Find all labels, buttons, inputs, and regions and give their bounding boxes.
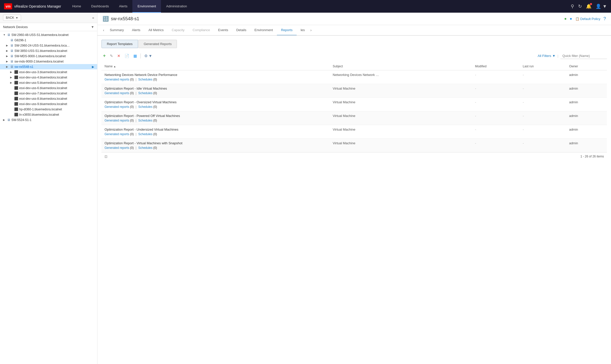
sidebar-item-swnx5548[interactable]: ▶🖥sw-nx5548-s1▶ bbox=[0, 64, 97, 69]
modified-text: - bbox=[472, 125, 520, 134]
cell-owner: admin bbox=[566, 70, 607, 84]
device-type-icon: ⬛ bbox=[14, 81, 18, 85]
schedules-link[interactable]: Schedules bbox=[138, 146, 152, 150]
tab-details[interactable]: Details bbox=[232, 25, 250, 36]
generated-reports-link[interactable]: Generated reports bbox=[105, 146, 129, 150]
footer-columns-icon[interactable]: ◫ bbox=[105, 155, 107, 158]
cell-modified: - bbox=[472, 84, 520, 98]
toolbar-divider bbox=[140, 53, 141, 58]
sidebar-item-esxi4[interactable]: ▶⬛esxi-dev-uss-4.bluemedora.localnet bbox=[0, 75, 97, 80]
sidebar-item-swmds2[interactable]: ▶🖥sw-mds-9000-2.bluemedora.localnet bbox=[0, 59, 97, 64]
sidebar-item-label: SW-2960-24-USS-S1.bluemedora.loca… bbox=[14, 44, 70, 47]
nav-item-home[interactable]: Home bbox=[67, 0, 86, 13]
back-button[interactable]: BACK ▼ bbox=[3, 15, 21, 21]
settings-report-button[interactable]: ⚙ ▼ bbox=[143, 53, 154, 59]
tab-reports[interactable]: Reports bbox=[277, 25, 297, 36]
filter-label: All Filters bbox=[538, 54, 551, 58]
col-name-header[interactable]: Name ▲ bbox=[101, 63, 330, 70]
expand-arrow-icon: ▶ bbox=[6, 60, 9, 63]
report-name-text: Optimization Report - Idle Virtual Machi… bbox=[105, 87, 327, 90]
sidebar-item-esxi8[interactable]: ⬛esxi-dev-uss-8.bluemedora.localnet bbox=[0, 96, 97, 101]
subject-text: Virtual Machine bbox=[330, 111, 472, 120]
refresh-icon[interactable]: ↻ bbox=[578, 4, 582, 9]
nav-item-environment[interactable]: Environment bbox=[132, 0, 161, 13]
tab-prev-icon[interactable]: ‹ bbox=[101, 28, 106, 32]
schedule-report-button[interactable]: 📄 bbox=[123, 53, 131, 59]
sidebar-item-label: ln-x3650.bluemedora.localnet bbox=[19, 113, 59, 116]
all-filters-button[interactable]: All Filters ▼ bbox=[538, 54, 555, 58]
add-report-button[interactable]: + bbox=[101, 52, 107, 59]
tab-les[interactable]: les bbox=[297, 25, 309, 36]
sidebar-item-hpdl360[interactable]: ⬛hp-dl360-1.bluemedora.localnet bbox=[0, 107, 97, 112]
sidebar-item-swmds1[interactable]: ▶🖥SW-MDS-9000-1.bluemedora.localnet bbox=[0, 53, 97, 59]
generated-reports-link[interactable]: Generated reports bbox=[105, 132, 129, 136]
report-links: Generated reports (0) | Schedules (0) bbox=[105, 105, 327, 109]
schedules-link[interactable]: Schedules bbox=[138, 132, 152, 136]
sidebar-item-label: hp-dl360-1.bluemedora.localnet bbox=[19, 108, 62, 111]
report-subtab-templates[interactable]: Report Templates bbox=[101, 40, 138, 48]
report-name-text: Optimization Report - Powered Off Virtua… bbox=[105, 114, 327, 118]
sidebar-item-sw2960-24[interactable]: ▶🖥SW-2960-24-USS-S1.bluemedora.loca… bbox=[0, 43, 97, 48]
sidebar-item-esxi6[interactable]: ⬛esxi-dev-uss-6.bluemedora.localnet bbox=[0, 85, 97, 91]
sidebar-item-esxi7[interactable]: ⬛esxi-dev-uss-7.bluemedora.localnet bbox=[0, 91, 97, 96]
sidebar-item-esxi3[interactable]: ▶⬛esxi-dev-uss-3.bluemedora.localnet bbox=[0, 69, 97, 75]
nav-item-dashboards[interactable]: Dashboards bbox=[86, 0, 114, 13]
reports-table: Name ▲ Subject Modified Last run Owner N… bbox=[101, 63, 607, 152]
nav-item-alerts[interactable]: Alerts bbox=[114, 0, 132, 13]
generated-reports-link[interactable]: Generated reports bbox=[105, 105, 129, 109]
generated-reports-link[interactable]: Generated reports bbox=[105, 78, 129, 81]
user-icon[interactable]: 👤 ▼ bbox=[596, 4, 607, 9]
schedules-link[interactable]: Schedules bbox=[138, 105, 152, 109]
help-icon[interactable]: ? bbox=[603, 16, 606, 22]
table-row: Optimization Report - Oversized Virtual … bbox=[101, 98, 607, 111]
sidebar-item-sw2960[interactable]: ▼🖥SW-2960-48-USS-S1.bluemedora.localnet bbox=[0, 32, 97, 37]
device-type-icon: ⬛ bbox=[14, 75, 18, 79]
sidebar-collapse-icon[interactable]: « bbox=[92, 16, 94, 20]
sidebar-item-esxi5[interactable]: ▶⬛esxi-dev-uss-5.bluemedora.localnet bbox=[0, 80, 97, 85]
quick-filter-input[interactable] bbox=[560, 53, 607, 59]
cell-name: Optimization Report - Powered Off Virtua… bbox=[101, 111, 330, 125]
sidebar-item-esxi9[interactable]: ⬛esxi-dev-uss-9.bluemedora.localnet bbox=[0, 101, 97, 107]
policy-icon: 📋 bbox=[575, 17, 579, 21]
col-owner-header[interactable]: Owner bbox=[566, 63, 607, 70]
sidebar-item-g8296[interactable]: 🖥G8296-1 bbox=[0, 37, 97, 43]
notifications-icon[interactable]: 🔔 bbox=[586, 4, 592, 9]
sidebar-filter-icon[interactable]: ▼ bbox=[91, 25, 94, 29]
cell-modified: - bbox=[472, 139, 520, 152]
sidebar-item-sw3850[interactable]: ▶🖥SW-3850-USS-S1.bluemedora.localnet bbox=[0, 48, 97, 53]
sidebar-item-label: esxi-dev-uss-8.bluemedora.localnet bbox=[19, 97, 67, 100]
nav-item-administration[interactable]: Administration bbox=[161, 0, 192, 13]
schedules-link[interactable]: Schedules bbox=[138, 78, 152, 81]
sidebar-item-label: SW-3850-USS-S1.bluemedora.localnet bbox=[14, 49, 67, 53]
tab-next-icon[interactable]: › bbox=[309, 28, 313, 32]
export-report-button[interactable]: ▦ bbox=[132, 53, 138, 59]
cell-last-run: - bbox=[520, 111, 566, 125]
generated-reports-link[interactable]: Generated reports bbox=[105, 91, 129, 95]
sidebar-item-sw5524[interactable]: ▶🖥SW-5524-S1-1 bbox=[0, 117, 97, 123]
delete-report-button[interactable]: ✕ bbox=[116, 53, 122, 59]
sidebar-item-ln3650[interactable]: ⬛ln-x3650.bluemedora.localnet bbox=[0, 112, 97, 117]
policy-link[interactable]: 📋 Default Policy bbox=[575, 17, 600, 21]
device-type-icon: ⬛ bbox=[14, 97, 18, 100]
expand-arrow-icon: ▶ bbox=[6, 65, 9, 68]
expand-arrow-icon: ▼ bbox=[3, 33, 6, 36]
schedules-link[interactable]: Schedules bbox=[138, 91, 152, 95]
modified-text: - bbox=[472, 111, 520, 120]
col-subject-header[interactable]: Subject bbox=[330, 63, 472, 70]
generated-reports-link[interactable]: Generated reports bbox=[105, 119, 129, 122]
edit-report-button[interactable]: ✎ bbox=[108, 53, 115, 59]
col-lastrun-header[interactable]: Last run bbox=[520, 63, 566, 70]
device-type-icon: 🖥 bbox=[7, 33, 10, 37]
tab-environment[interactable]: Environment bbox=[250, 25, 277, 36]
owner-text: admin bbox=[566, 70, 607, 79]
col-modified-header[interactable]: Modified bbox=[472, 63, 520, 70]
tab-summary[interactable]: Summary bbox=[106, 25, 128, 36]
search-icon[interactable]: ⚲ bbox=[571, 4, 574, 9]
schedules-link[interactable]: Schedules bbox=[138, 119, 152, 122]
report-subtab-generated[interactable]: Generated Reports bbox=[138, 40, 177, 48]
tab-events[interactable]: Events bbox=[214, 25, 232, 36]
cell-owner: admin bbox=[566, 125, 607, 139]
tab-all-metrics[interactable]: All Metrics bbox=[145, 25, 168, 36]
tab-alerts[interactable]: Alerts bbox=[128, 25, 144, 36]
sidebar-header: BACK ▼ « bbox=[0, 13, 97, 23]
